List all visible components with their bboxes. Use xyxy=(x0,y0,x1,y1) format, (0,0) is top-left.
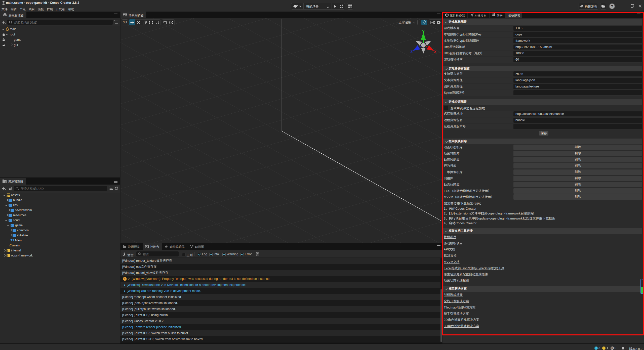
svg-text:Z: Z xyxy=(410,50,413,54)
svg-text:Y: Y xyxy=(422,29,425,33)
svg-text:X: X xyxy=(434,50,436,54)
